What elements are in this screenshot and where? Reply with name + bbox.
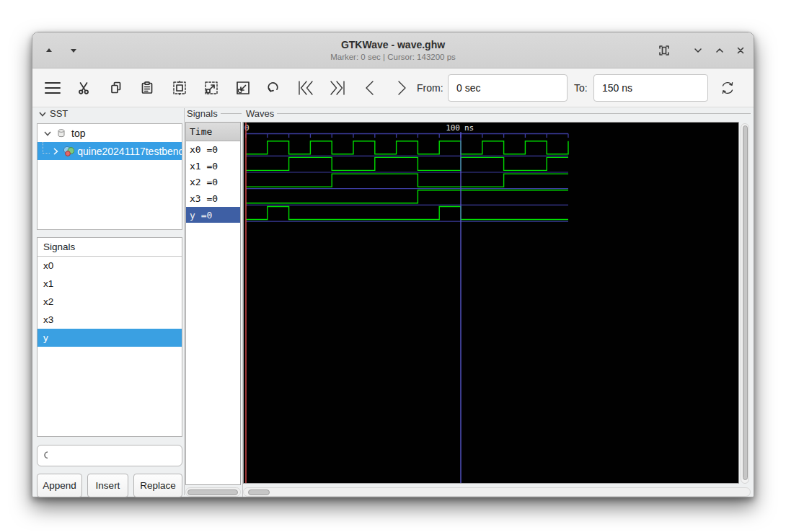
tree-item-top[interactable]: top: [37, 124, 182, 142]
marker-cursor-status: Marker: 0 sec | Cursor: 143200 ps: [32, 53, 754, 61]
to-start-button[interactable]: [296, 78, 316, 98]
wave-vscrollbar[interactable]: [741, 123, 749, 484]
sst-header[interactable]: SST: [38, 108, 68, 119]
zoom-fit-button[interactable]: [169, 78, 190, 98]
signals-list-header: Signals: [37, 238, 182, 257]
waveform-plot: 0100ns: [244, 123, 738, 483]
zoom-out-full-icon: [203, 80, 219, 96]
paste-button[interactable]: [137, 78, 157, 98]
cut-button[interactable]: [74, 78, 94, 98]
close-button[interactable]: [730, 40, 751, 61]
insert-button[interactable]: Insert: [87, 474, 128, 497]
menu-icon: [43, 80, 62, 96]
gtkwave-window: GTKWave - wave.ghw Marker: 0 sec | Curso…: [32, 32, 754, 497]
signals-frame-label: Signals: [187, 108, 242, 119]
svg-text:ns: ns: [464, 123, 474, 133]
pane-divider[interactable]: [184, 108, 185, 495]
pane-divider[interactable]: [242, 122, 243, 497]
expander-open-icon: [38, 110, 47, 118]
chevron-left-icon: [363, 79, 377, 97]
scrollbar-thumb[interactable]: [743, 125, 748, 480]
tree-item-label: top: [71, 128, 85, 139]
chevron-down-icon: [692, 45, 704, 56]
wave-canvas[interactable]: 0100ns: [243, 122, 739, 484]
svg-text:0: 0: [244, 123, 250, 133]
toolbar: From: To:: [32, 68, 754, 107]
signals-list-panel: Signals x0x1x2x3y: [37, 237, 182, 437]
window-title: GTKWave - wave.ghw: [32, 39, 754, 50]
cut-icon: [77, 81, 92, 95]
copy-icon: [109, 81, 123, 95]
maximize-button[interactable]: [710, 40, 730, 61]
chevron-up-icon: [714, 45, 725, 56]
expander-open-icon: [43, 129, 52, 138]
list-item-x2[interactable]: x2: [37, 293, 182, 311]
append-button[interactable]: Append: [37, 474, 82, 497]
zoom-fit-icon: [172, 80, 187, 96]
fullscreen-button[interactable]: [654, 40, 674, 61]
fullscreen-icon: [658, 44, 671, 57]
wave-signal-row-x1[interactable]: x1 =0: [186, 158, 240, 174]
scrollbar-thumb[interactable]: [187, 489, 238, 495]
search-input[interactable]: [52, 447, 182, 464]
close-icon: [735, 45, 746, 56]
svg-text:100: 100: [446, 123, 460, 133]
zoom-in-button[interactable]: [233, 78, 253, 98]
database-icon: [55, 128, 68, 139]
titlebar: GTKWave - wave.ghw Marker: 0 sec | Curso…: [32, 32, 754, 68]
tree-item-testbench[interactable]: quine20241117testbench: [37, 142, 182, 160]
chevron-right-icon: [394, 79, 409, 97]
wave-signal-row-x0[interactable]: x0 =0: [186, 141, 240, 158]
from-input[interactable]: [448, 74, 568, 102]
prev-edge-button[interactable]: [360, 78, 380, 98]
signal-search: [37, 445, 182, 466]
undo-button[interactable]: [264, 78, 284, 98]
wave-signal-names-panel: Time x0 =0x1 =0x2 =0x3 =0y =0: [185, 122, 241, 485]
wave-hscrollbar[interactable]: [243, 487, 751, 497]
from-label: From:: [417, 68, 443, 107]
module-icon: [62, 145, 75, 157]
expander-closed-icon: [51, 147, 59, 156]
to-end-button[interactable]: [327, 78, 348, 98]
zoom-out-button[interactable]: [201, 78, 221, 98]
skip-to-start-icon: [297, 79, 314, 97]
minimize-button[interactable]: [688, 40, 708, 61]
sst-tree: top quine20241117testbench: [37, 123, 182, 230]
reload-icon: [719, 79, 736, 97]
next-edge-button[interactable]: [392, 78, 412, 98]
skip-to-end-icon: [329, 79, 346, 97]
time-header: Time: [186, 123, 240, 141]
wave-signal-row-y[interactable]: y =0: [186, 207, 240, 223]
undo-icon: [266, 80, 282, 96]
tree-connector: [43, 142, 50, 154]
list-item-y[interactable]: y: [37, 329, 182, 347]
list-item-x0[interactable]: x0: [37, 257, 182, 275]
signal-panel-hscrollbar[interactable]: [185, 487, 241, 497]
zoom-in-sel-icon: [235, 80, 251, 96]
copy-button[interactable]: [106, 78, 126, 98]
wave-signal-row-x2[interactable]: x2 =0: [186, 174, 240, 190]
paste-icon: [140, 81, 154, 95]
replace-button[interactable]: Replace: [133, 474, 182, 497]
to-input[interactable]: [593, 74, 708, 102]
menu-button[interactable]: [43, 78, 63, 98]
wave-signal-row-x3[interactable]: x3 =0: [186, 190, 240, 207]
list-item-x3[interactable]: x3: [37, 311, 182, 329]
to-label: To:: [574, 68, 588, 107]
waves-frame-label: Waves: [246, 108, 751, 119]
reload-button[interactable]: [717, 78, 738, 98]
scrollbar-thumb[interactable]: [248, 489, 270, 495]
tree-item-label: quine20241117testbench: [77, 146, 182, 157]
list-item-x1[interactable]: x1: [37, 275, 182, 293]
search-icon: [43, 451, 48, 461]
